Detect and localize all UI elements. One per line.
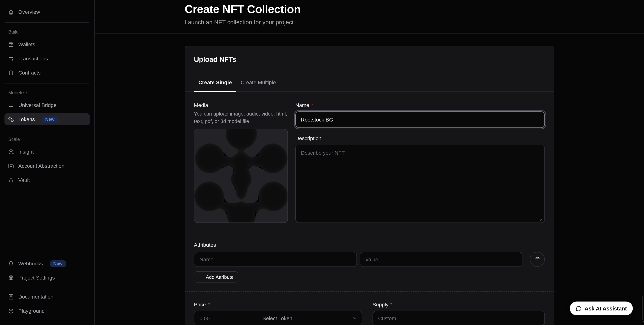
sidebar: Overview Build Wallets Transactions Cont… — [0, 0, 95, 325]
price-supply-section: Price * Select Token Supply * — [185, 292, 554, 325]
cube-icon — [8, 308, 14, 314]
name-field: Name * — [295, 102, 545, 128]
sidebar-item-label: Overview — [18, 9, 40, 15]
sidebar-item-wallets[interactable]: Wallets — [4, 38, 90, 50]
sidebar-item-documentation[interactable]: Documentation — [4, 291, 90, 303]
media-help-text: You can upload image, audio, video, html… — [194, 110, 288, 125]
supply-input[interactable] — [372, 311, 545, 325]
media-column: Media You can upload image, audio, video… — [194, 102, 288, 223]
chevron-down-icon — [352, 316, 357, 321]
lock-icon — [8, 177, 14, 183]
required-asterisk: * — [311, 102, 313, 108]
sidebar-item-label: Universal Bridge — [18, 102, 56, 108]
card-title: Upload NFTs — [194, 55, 545, 64]
sidebar-item-label: Project Settings — [18, 275, 55, 281]
media-label: Media — [194, 102, 288, 108]
sidebar-item-insight[interactable]: Insight — [4, 146, 90, 158]
sidebar-item-contracts[interactable]: Contracts — [4, 67, 90, 79]
sidebar-divider — [5, 22, 89, 23]
sidebar-item-label: Documentation — [18, 294, 53, 300]
sidebar-section-monetize: Monetize — [8, 90, 86, 95]
tabs: Create Single Create Multiple — [185, 73, 554, 92]
new-badge: New — [50, 260, 66, 267]
new-badge: New — [42, 116, 58, 123]
price-label: Price — [194, 302, 206, 308]
sidebar-item-label: Wallets — [18, 41, 35, 47]
tab-create-single[interactable]: Create Single — [194, 73, 236, 91]
sidebar-item-label: Playground — [18, 308, 45, 314]
name-input[interactable] — [295, 111, 545, 128]
sidebar-item-transactions[interactable]: Transactions — [4, 52, 90, 64]
ask-ai-assistant-label: Ask AI Assistant — [584, 306, 627, 312]
supply-label: Supply — [372, 302, 388, 308]
sidebar-item-vault[interactable]: Vault — [4, 174, 90, 186]
folder-shield-icon — [8, 163, 14, 169]
price-field: Price * Select Token — [194, 302, 362, 325]
price-input-group: Select Token — [194, 311, 362, 325]
price-amount-input[interactable] — [194, 311, 257, 325]
upload-card-header: Upload NFTs — [185, 46, 554, 73]
sidebar-divider — [5, 83, 89, 83]
book-icon — [8, 294, 14, 300]
bridge-card-icon — [8, 102, 14, 108]
sidebar-divider — [5, 130, 89, 130]
plus-icon — [199, 275, 203, 279]
name-label: Name — [295, 102, 309, 108]
main-content: Create NFT Collection Launch an NFT coll… — [95, 0, 644, 325]
media-preview-dropzone[interactable] — [194, 129, 288, 223]
app-root: Overview Build Wallets Transactions Cont… — [0, 0, 644, 325]
description-textarea[interactable] — [295, 145, 545, 223]
attribute-name-input[interactable] — [194, 252, 357, 267]
media-and-fields-section: Media You can upload image, audio, video… — [185, 92, 554, 232]
required-asterisk: * — [390, 302, 392, 308]
sidebar-item-playground[interactable]: Playground — [4, 305, 90, 317]
tab-create-multiple[interactable]: Create Multiple — [236, 73, 280, 91]
token-select[interactable]: Select Token — [257, 311, 362, 325]
ask-ai-assistant-button[interactable]: Ask AI Assistant — [570, 302, 633, 315]
sidebar-item-account-abstraction[interactable]: Account Abstraction — [4, 160, 90, 172]
home-icon — [8, 9, 14, 15]
page-subtitle: Launch an NFT collection for your projec… — [184, 18, 554, 26]
sidebar-item-label: Transactions — [18, 55, 48, 61]
sidebar-item-label: Webhooks — [18, 261, 43, 267]
sidebar-divider — [5, 286, 89, 286]
sidebar-section-scale: Scale — [8, 137, 86, 142]
sidebar-section-build: Build — [8, 29, 86, 35]
delete-attribute-button[interactable] — [530, 252, 545, 267]
fields-column: Name * Description — [295, 102, 545, 223]
sidebar-item-overview[interactable]: Overview — [4, 6, 90, 18]
sidebar-item-label: Contracts — [18, 70, 41, 76]
sidebar-item-label: Insight — [18, 149, 34, 155]
supply-field: Supply * — [372, 302, 545, 325]
contract-icon — [8, 70, 14, 75]
sidebar-item-label: Vault — [18, 177, 30, 183]
description-label: Description — [295, 135, 322, 142]
sidebar-item-label: Tokens — [18, 116, 35, 122]
attribute-value-input[interactable] — [360, 252, 522, 267]
gear-icon — [8, 275, 14, 281]
trash-icon — [534, 257, 540, 262]
attributes-section: Attributes Add Attribute — [185, 232, 554, 292]
chat-bubble-icon — [576, 306, 582, 312]
attribute-row — [194, 252, 545, 267]
sidebar-item-label: Account Abstraction — [18, 163, 64, 169]
sidebar-item-project-settings[interactable]: Project Settings — [4, 272, 90, 284]
sidebar-bottom-group: Webhooks New Project Settings Documentat… — [4, 258, 90, 319]
bell-icon — [8, 261, 14, 266]
sidebar-item-universal-bridge[interactable]: Universal Bridge — [4, 99, 90, 111]
transactions-icon — [8, 56, 14, 61]
token-select-value: Select Token — [262, 315, 292, 321]
wallet-icon — [8, 41, 14, 47]
description-field: Description — [295, 135, 545, 223]
sidebar-item-tokens[interactable]: Tokens New — [4, 113, 90, 125]
required-asterisk: * — [208, 302, 210, 308]
upload-card: Upload NFTs Create Single Create Multipl… — [184, 46, 554, 325]
page-title: Create NFT Collection — [184, 2, 554, 16]
coins-icon — [8, 116, 14, 122]
page-header: Create NFT Collection Launch an NFT coll… — [95, 0, 644, 33]
attributes-label: Attributes — [194, 242, 216, 248]
media-blob-art — [194, 129, 288, 223]
sidebar-item-webhooks[interactable]: Webhooks New — [4, 258, 90, 270]
add-attribute-label: Add Attribute — [206, 274, 234, 280]
add-attribute-button[interactable]: Add Attribute — [194, 271, 238, 283]
